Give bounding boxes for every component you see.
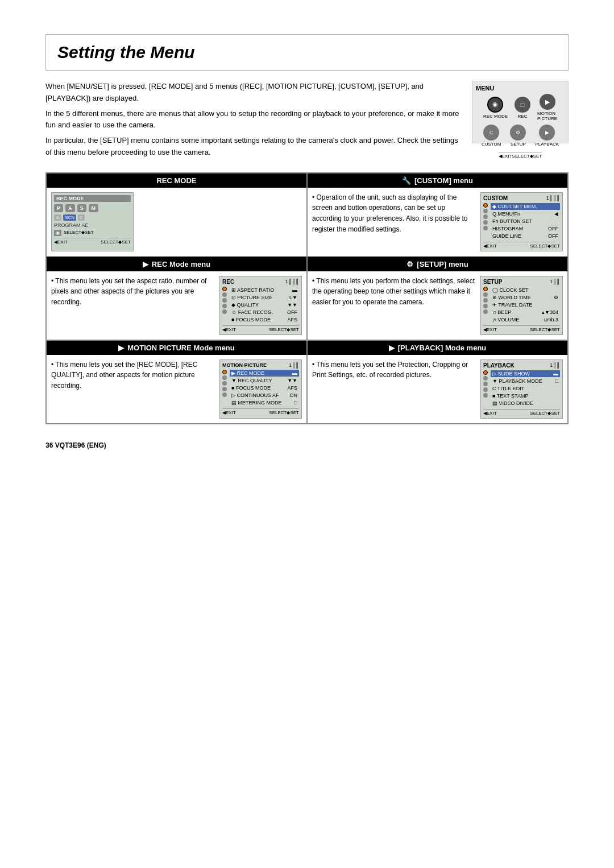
rec-menu-icon: ▶ bbox=[143, 260, 148, 268]
rec-menu-header-text: REC Mode menu bbox=[152, 260, 210, 268]
playback-header: ▶ [PLAYBACK] Mode menu bbox=[308, 341, 567, 355]
intro-para3: In particular, the [SETUP] menu contains… bbox=[45, 135, 460, 159]
motion-text: • This menu lets you set the [REC MODE],… bbox=[51, 359, 215, 419]
playback-icon: ▶ bbox=[389, 344, 395, 352]
intro-text: When [MENU/SET] is pressed, [REC MODE] a… bbox=[45, 81, 460, 162]
rec-mode-image: REC MODE P A S M iA SCN C PROGRAM AE ◉ bbox=[51, 192, 134, 251]
setup-header: ⚙ [SETUP] menu bbox=[308, 257, 567, 271]
motion-content: • This menu lets you set the [REC MODE],… bbox=[47, 355, 306, 423]
motion-cell: ▶ MOTION PICTURE Mode menu • This menu l… bbox=[46, 340, 307, 424]
menu-icon-playback: ▶ PLAYBACK bbox=[535, 125, 559, 147]
motion-header-text: MOTION PICTURE Mode menu bbox=[127, 344, 235, 352]
custom-text: • Operation of the unit, such as display… bbox=[312, 192, 476, 251]
playback-cell: ▶ [PLAYBACK] Mode menu • This menu lets … bbox=[307, 340, 568, 424]
rec-menu-content: • This menu lets you set the aspect rati… bbox=[47, 271, 306, 340]
footer-text: 36 VQT3E96 (ENG) bbox=[45, 441, 106, 449]
menu-label: MENU bbox=[476, 85, 494, 92]
menu-icon-motion: ▶ MOTIONPICTURE bbox=[537, 94, 557, 121]
menu-icon-rec-mode: ◉ REC MODE bbox=[483, 97, 508, 119]
menu-bottom-bar: ◀EXIT SELECT◆SET bbox=[499, 152, 542, 159]
custom-header: 🔧 [CUSTOM] menu bbox=[308, 173, 567, 188]
page-container: Setting the Menu When [MENU/SET] is pres… bbox=[0, 0, 614, 495]
menu-icon-rec: □ REC bbox=[515, 97, 530, 119]
intro-section: When [MENU/SET] is pressed, [REC MODE] a… bbox=[45, 81, 569, 162]
motion-cam-ui: MOTION PICTURE 1║║ ▶ REC MODE▬ bbox=[219, 359, 302, 419]
menu-icons-top: ◉ REC MODE □ REC ▶ MOTIONPICTURE bbox=[483, 94, 557, 121]
setup-icon: ⚙ bbox=[406, 260, 413, 268]
rec-menu-text: • This menu lets you set the aspect rati… bbox=[51, 276, 215, 335]
playback-content: • This menu lets you set the Protection,… bbox=[308, 355, 567, 423]
menu-icon-custom: C CUSTOM bbox=[482, 125, 501, 147]
rec-menu-header: ▶ REC Mode menu bbox=[47, 257, 306, 271]
footer: 36 VQT3E96 (ENG) bbox=[45, 441, 569, 449]
rec-menu-cam-ui: REC 1║║║ ⊞ ASPECT RATIO▬ bbox=[219, 276, 302, 335]
custom-icon: 🔧 bbox=[402, 176, 411, 185]
motion-icon: ▶ bbox=[118, 344, 124, 352]
page-title: Setting the Menu bbox=[57, 43, 557, 62]
rec-mode-cell: REC MODE REC MODE P A S M iA SCN C bbox=[46, 173, 307, 257]
intro-para2: In the 5 different menus, there are menu… bbox=[45, 108, 460, 132]
rec-mode-header-text: REC MODE bbox=[156, 176, 196, 185]
playback-header-text: [PLAYBACK] Mode menu bbox=[398, 344, 487, 352]
menu-icon-setup: ⚙ SETUP bbox=[510, 125, 526, 147]
setup-text: • This menu lets you perform the clock s… bbox=[312, 276, 476, 335]
rec-mode-header: REC MODE bbox=[47, 173, 306, 188]
setup-content: • This menu lets you perform the clock s… bbox=[308, 271, 567, 340]
playback-text: • This menu lets you set the Protection,… bbox=[312, 359, 476, 419]
menu-icons-bottom: C CUSTOM ⚙ SETUP ▶ PLAYBACK bbox=[482, 125, 559, 147]
custom-content: • Operation of the unit, such as display… bbox=[308, 188, 567, 256]
motion-header: ▶ MOTION PICTURE Mode menu bbox=[47, 341, 306, 355]
custom-cell: 🔧 [CUSTOM] menu • Operation of the unit,… bbox=[307, 173, 568, 257]
title-box: Setting the Menu bbox=[45, 34, 569, 71]
intro-para1: When [MENU/SET] is pressed, [REC MODE] a… bbox=[45, 81, 460, 105]
playback-cam-ui: PLAYBACK 1║║ ▷ SLIDE SHOW▬ bbox=[480, 359, 563, 419]
custom-header-text: [CUSTOM] menu bbox=[414, 176, 473, 185]
custom-cam-ui: CUSTOM 1║║║ ◆ CUST.SET MEM. bbox=[480, 192, 563, 251]
main-grid: REC MODE REC MODE P A S M iA SCN C bbox=[45, 172, 569, 424]
menu-screenshot: MENU ◉ REC MODE □ REC ▶ MOTIONPICTURE C bbox=[472, 81, 569, 143]
setup-header-text: [SETUP] menu bbox=[417, 260, 468, 268]
rec-mode-content: REC MODE P A S M iA SCN C PROGRAM AE ◉ bbox=[47, 188, 306, 256]
setup-cell: ⚙ [SETUP] menu • This menu lets you perf… bbox=[307, 257, 568, 340]
rec-menu-cell: ▶ REC Mode menu • This menu lets you set… bbox=[46, 257, 307, 340]
setup-cam-ui: SETUP 1║║ ◯ CLOCK SET ⊕ bbox=[480, 276, 563, 335]
